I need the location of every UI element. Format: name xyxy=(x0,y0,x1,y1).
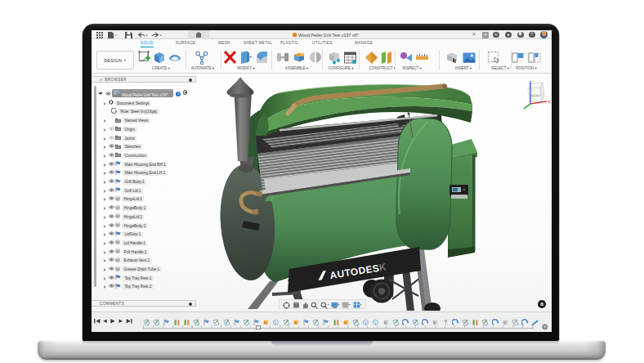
svg-text:x: x xyxy=(548,100,551,104)
svg-text:Z: Z xyxy=(530,81,532,85)
